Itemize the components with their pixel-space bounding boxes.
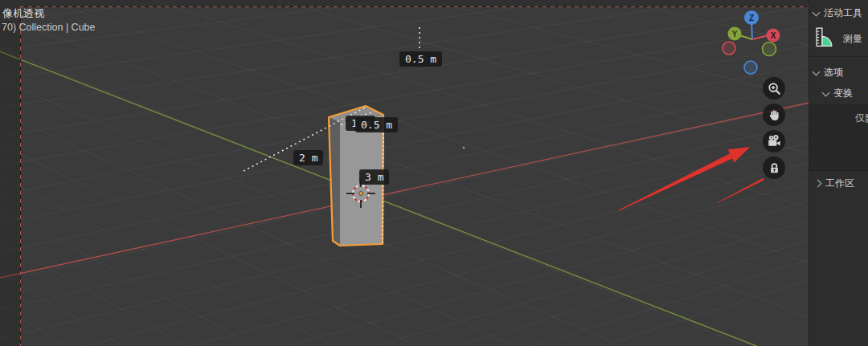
transform-subpanel-header[interactable]: 变换 bbox=[823, 87, 853, 100]
navigation-gizmo[interactable]: Z Y X bbox=[723, 10, 780, 74]
chevron-down-icon bbox=[813, 8, 821, 16]
panel-separator bbox=[809, 170, 868, 171]
camera-border-left bbox=[20, 6, 21, 346]
measure-label-depth[interactable]: 0.5 m bbox=[355, 117, 398, 132]
axis-x-line bbox=[0, 103, 809, 278]
options-panel-header[interactable]: 选项 bbox=[813, 66, 843, 79]
blender-window: Z Y X 像机透视 70) Collection | Cube 0.5 m 1… bbox=[0, 0, 868, 346]
ruler-endpoint-dot bbox=[463, 147, 465, 149]
collection-breadcrumb: 70) Collection | Cube bbox=[2, 22, 96, 34]
measure-tool-label: 测量 bbox=[843, 32, 862, 46]
gizmo-neg-z-ball[interactable] bbox=[744, 61, 757, 74]
measure-label-height[interactable]: 3 m bbox=[359, 169, 389, 185]
measure-label-floating[interactable]: 0.5 m bbox=[399, 51, 442, 67]
zoom-button[interactable] bbox=[763, 77, 785, 100]
chevron-down-icon bbox=[822, 88, 830, 96]
view-perspective-label: 像机透视 bbox=[2, 7, 44, 19]
camera-border-top bbox=[20, 6, 809, 7]
active-tool-header-label: 活动工具 bbox=[824, 6, 862, 20]
camera-view-button[interactable] bbox=[763, 130, 785, 153]
gizmo-y-label: Y bbox=[732, 30, 738, 39]
options-header-label: 选项 bbox=[824, 66, 843, 79]
magnifier-plus-icon bbox=[768, 82, 781, 96]
workspaces-panel-header[interactable]: 工作区 bbox=[813, 177, 854, 190]
pan-button[interactable] bbox=[763, 104, 785, 126]
workspaces-header-label: 工作区 bbox=[825, 177, 854, 190]
hand-icon bbox=[768, 108, 781, 122]
gizmo-x-label: X bbox=[771, 31, 776, 40]
transform-header-label: 变换 bbox=[833, 87, 853, 100]
panel-separator bbox=[809, 56, 868, 57]
active-tool-header[interactable]: 活动工具 bbox=[813, 6, 862, 20]
measure-ruler-protractor-icon bbox=[814, 26, 836, 48]
tool-sidebar: 活动工具 测量 选项 变换 仅影响 bbox=[809, 0, 868, 346]
chevron-right-icon bbox=[814, 180, 822, 188]
chevron-down-icon bbox=[813, 67, 821, 75]
movie-camera-icon bbox=[767, 134, 781, 149]
measure-label-diagonal[interactable]: 2 m bbox=[293, 150, 323, 165]
padlock-icon bbox=[768, 161, 781, 175]
measure-tool-button[interactable] bbox=[814, 26, 836, 48]
gizmo-neg-x-ball[interactable] bbox=[723, 42, 735, 55]
camera-lock-button[interactable] bbox=[763, 157, 785, 179]
gizmo-neg-y-ball[interactable] bbox=[763, 43, 776, 56]
gizmo-z-label: Z bbox=[749, 14, 754, 22]
affect-only-label: 仅影响 bbox=[855, 112, 868, 125]
